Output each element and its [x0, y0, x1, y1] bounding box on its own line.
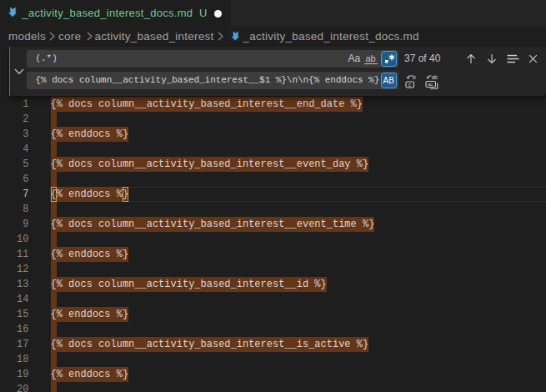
svg-text:b: b [412, 74, 415, 81]
svg-text:c: c [408, 83, 411, 88]
svg-text:ab: ab [432, 74, 438, 81]
